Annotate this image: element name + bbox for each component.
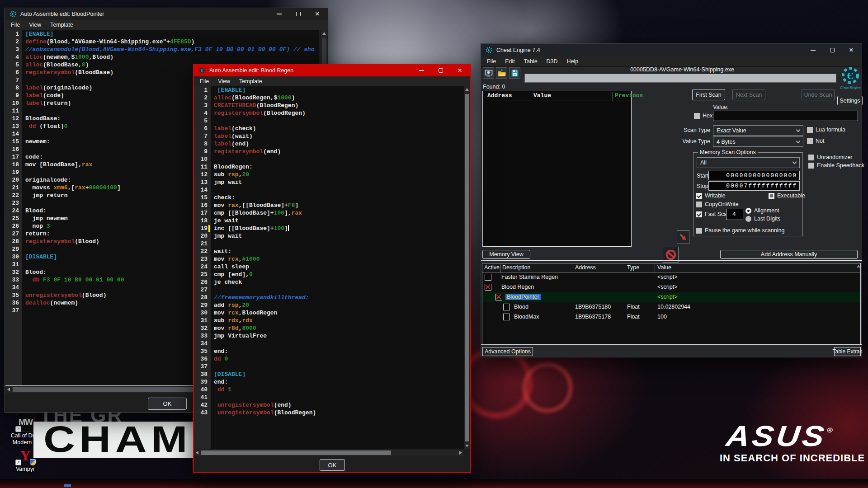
alignment-radio-row[interactable]: Alignment [745,207,779,214]
maximize-button[interactable] [296,12,301,16]
value-input[interactable] [713,111,858,121]
code-line-1: 1[ENABLE] [5,30,319,38]
settings-button[interactable]: Settings [837,96,863,105]
active-checkbox-crossed[interactable] [495,294,502,300]
scroll-up-icon[interactable] [322,32,326,35]
ok-button[interactable]: OK [320,459,345,471]
close-button[interactable]: × [315,11,320,17]
unrandomizer-checkbox[interactable] [808,155,814,160]
titlebar[interactable]: Є Cheat Engine 7.4 × [481,44,862,56]
hex-checkbox-row[interactable]: Hex [694,113,712,119]
scroll-up-icon[interactable] [465,88,469,91]
address-table-row-3[interactable]: BloodPointer<script> [482,292,860,302]
cheat-engine-logo[interactable]: Є Cheat Engine [839,66,862,89]
address-table-row-1[interactable]: Faster Stamina Regen<script> [482,272,860,282]
open-table-button[interactable] [496,67,507,79]
menu-d3d[interactable]: D3D [542,57,562,66]
column-type: Type [627,264,639,271]
hex-checkbox[interactable] [694,113,700,119]
lua-formula-checkbox[interactable] [807,127,813,133]
next-scan-button[interactable]: Next Scan [732,89,765,100]
pointer-tool-button[interactable] [677,230,689,244]
address-table-row-2[interactable]: Blood Regen<script> [482,282,860,292]
select-process-button[interactable] [483,67,494,79]
address-table-row-4[interactable]: Blood1B9B6375180Float10.02802944 [482,302,860,312]
menu-file[interactable]: File [483,57,500,66]
code-editor[interactable]: 1 [ENABLE]2alloc(BloodRegen,$1000)3CREAT… [194,86,464,449]
speedhack-checkbox[interactable] [808,163,814,169]
maximize-button[interactable] [439,68,443,73]
menu-template[interactable]: Template [46,21,77,29]
scan-type-dropdown[interactable]: Exact Value [713,125,803,136]
pause-while-scanning-checkbox-row[interactable]: Pause the game while scanning [696,227,785,234]
executable-checkbox[interactable] [769,193,774,199]
writable-checkbox-row[interactable]: Writable [696,192,726,199]
executable-checkbox-row[interactable]: Executable [769,192,805,199]
alignment-radio[interactable] [745,208,751,214]
advanced-options-button[interactable]: Advanced Options [482,347,533,356]
menu-edit[interactable]: Edit [501,57,519,66]
start-address-input[interactable]: 0000000000000000 [708,171,800,180]
value-type-dropdown[interactable]: 4 Bytes [713,136,803,147]
maximize-button[interactable] [830,48,835,52]
undo-scan-button[interactable]: Undo Scan [802,89,835,100]
last-digits-radio[interactable] [745,216,751,222]
last-digits-radio-row[interactable]: Last Digits [745,216,780,222]
minimize-button[interactable] [277,14,282,14]
active-checkbox-crossed[interactable] [485,284,491,291]
scroll-right-icon[interactable] [459,451,462,455]
scroll-down-icon[interactable] [465,445,469,447]
menu-view[interactable]: View [214,77,234,85]
menu-file[interactable]: File [7,21,24,29]
lua-formula-checkbox-row[interactable]: Lua formula [807,127,845,133]
found-results-list[interactable]: Address Value Previous [482,91,632,247]
menu-file[interactable]: File [196,77,213,85]
stop-address-input[interactable]: 00007fffffffffff [708,181,800,191]
memory-view-button[interactable]: Memory View [482,250,530,259]
unrandomizer-checkbox-row[interactable]: Unrandomizer [808,154,853,160]
pause-checkbox[interactable] [696,228,702,234]
scroll-left-icon[interactable] [7,388,10,391]
titlebar[interactable]: Є Auto Assemble edit: Blood Regen × [194,65,470,76]
not-checkbox[interactable] [807,138,813,144]
ok-button[interactable]: OK [148,398,187,410]
cursor-line-marker [208,225,210,232]
table-extras-button[interactable]: Table Extras [834,347,861,356]
wallpaper-red-ring-small [522,362,573,413]
scrollbar-thumb[interactable] [201,450,391,455]
fast-scan-checkbox-row[interactable]: Fast Scan [696,211,730,217]
scrollbar-thumb[interactable] [13,387,193,392]
code-line-5: 5 [194,117,464,125]
copyonwrite-checkbox-row[interactable]: CopyOnWrite [696,201,739,207]
active-checkbox[interactable] [503,304,510,310]
menu-table[interactable]: Table [520,57,542,66]
copyonwrite-checkbox[interactable] [696,202,702,207]
fast-scan-checkbox[interactable] [696,211,702,217]
titlebar[interactable]: Є Auto Assemble edit: BloodPointer × [5,8,328,20]
enable-speedhack-checkbox-row[interactable]: Enable Speedhack [808,162,864,169]
not-checkbox-row[interactable]: Not [807,138,824,144]
scan-region-dropdown[interactable]: All [697,157,800,168]
active-checkbox[interactable] [503,314,510,320]
save-table-button[interactable] [509,67,520,79]
table-scroll-up-icon[interactable] [857,265,860,267]
menu-view[interactable]: View [25,21,45,29]
minimize-button[interactable] [419,70,424,71]
horizontal-scrollbar[interactable] [194,450,464,456]
close-button[interactable]: × [458,67,462,74]
vertical-scrollbar[interactable] [464,86,470,449]
close-button[interactable]: × [849,47,854,53]
minimize-button[interactable] [811,50,816,51]
scrollbar-thumb[interactable] [465,94,469,441]
column-divider [625,264,625,273]
menu-help[interactable]: Help [563,57,583,66]
address-table-row-5[interactable]: BloodMax1B9B6375178Float100 [482,312,860,322]
add-address-manually-button[interactable]: Add Address Manually [720,250,858,259]
first-scan-button[interactable]: First Scan [692,89,725,100]
fast-scan-alignment-input[interactable]: 4 [726,209,743,220]
writable-checkbox[interactable] [696,193,702,199]
active-checkbox[interactable] [485,274,491,281]
scroll-left-icon[interactable] [196,451,198,455]
menu-template[interactable]: Template [235,77,266,85]
address-list-table[interactable]: Active Description Address Type Value Fa… [482,263,861,345]
